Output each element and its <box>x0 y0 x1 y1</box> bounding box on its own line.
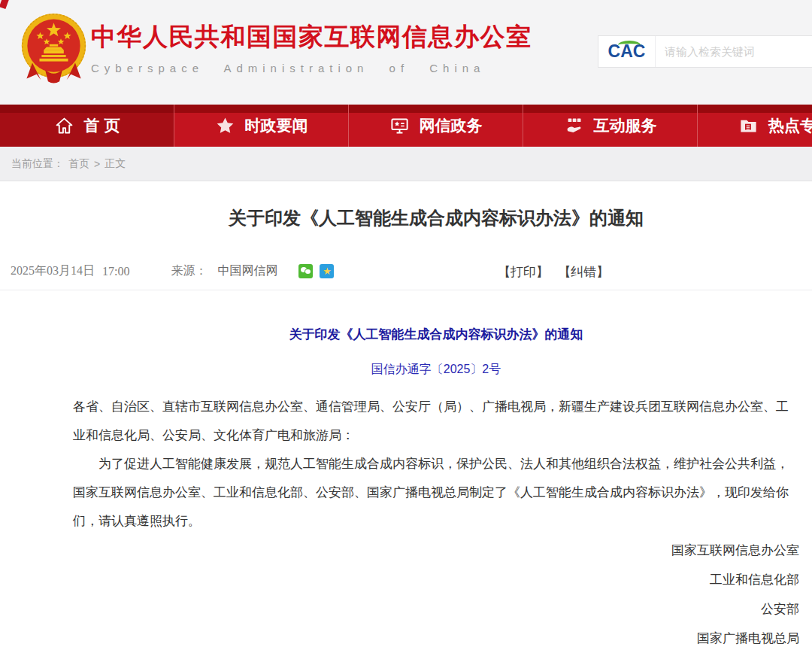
nav-label: 互动服务 <box>594 115 657 136</box>
search-input[interactable] <box>656 36 812 67</box>
print-button[interactable]: 【打印】 <box>498 265 549 279</box>
wechat-share-icon[interactable] <box>298 264 313 278</box>
article-actions: 【打印】 【纠错】 <box>498 263 615 281</box>
corner-ribbon-mark <box>0 0 9 9</box>
site-title-link[interactable]: 中华人民共和国国家互联网信息办公室 Cyberspace Administrat… <box>91 20 532 74</box>
service-hand-icon <box>564 116 584 136</box>
article-time: 17:00 <box>102 265 129 278</box>
document-title: 关于印发《人工智能生成合成内容标识办法》的通知 <box>73 323 799 346</box>
cac-logo: CAC <box>598 36 656 67</box>
breadcrumb-current: 正文 <box>105 157 126 171</box>
nav-label: 首 页 <box>84 115 120 136</box>
search-box: CAC <box>598 35 812 68</box>
signature-block: 国家互联网信息办公室 工业和信息化部 公安部 国家广播电视总局 2025年3月7… <box>73 536 799 650</box>
nav-label: 网信政务 <box>420 115 483 136</box>
error-report-button[interactable]: 【纠错】 <box>558 265 609 279</box>
document-number: 国信办通字〔2025〕2号 <box>73 360 799 379</box>
article-date: 2025年03月14日 <box>11 263 95 279</box>
main-nav: 首 页 时政要闻 网信政务 互动服务 <box>0 105 812 147</box>
cac-logo-arc-icon <box>618 41 641 50</box>
paragraph-addressees: 各省、自治区、直辖市互联网信息办公室、通信管理局、公安厅（局）、广播电视局，新疆… <box>73 393 799 450</box>
folder-icon <box>738 116 759 136</box>
signature-line: 国家广播电视总局 <box>73 624 799 650</box>
meta-divider <box>0 290 812 290</box>
page-title: 关于印发《人工智能生成合成内容标识办法》的通知 <box>0 206 812 230</box>
breadcrumb-home-link[interactable]: 首页 <box>68 157 89 171</box>
nav-item-topics[interactable]: 热点专题 <box>698 105 812 147</box>
document-paragraphs: 各省、自治区、直辖市互联网信息办公室、通信管理局、公安厅（局）、广播电视局，新疆… <box>73 393 799 536</box>
home-icon <box>54 116 74 136</box>
nav-label: 热点专题 <box>768 115 812 136</box>
breadcrumb: 当前位置： 首页 > 正文 <box>0 147 812 181</box>
source-label: 来源： <box>171 263 207 279</box>
signature-line: 公安部 <box>73 594 799 624</box>
article-meta: 2025年03月14日 17:00 来源： 中国网信网 ★ 【打印】 【纠错】 <box>0 263 812 280</box>
nav-item-service[interactable]: 互动服务 <box>523 105 698 147</box>
nav-item-news[interactable]: 时政要闻 <box>174 105 349 147</box>
site-title-en: Cyberspace Administration of China <box>91 62 532 74</box>
site-title-zh: 中华人民共和国国家互联网信息办公室 <box>91 20 532 54</box>
paragraph-body: 为了促进人工智能健康发展，规范人工智能生成合成内容标识，保护公民、法人和其他组织… <box>73 450 799 536</box>
breadcrumb-label: 当前位置： <box>11 157 64 171</box>
star-icon <box>215 116 235 136</box>
nav-label: 时政要闻 <box>245 115 308 136</box>
site-header: 中华人民共和国国家互联网信息办公室 Cyberspace Administrat… <box>0 0 812 105</box>
article-source: 中国网信网 <box>217 263 277 279</box>
signature-line: 国家互联网信息办公室 <box>73 536 799 565</box>
national-emblem-icon <box>18 12 89 85</box>
page: 中华人民共和国国家互联网信息办公室 Cyberspace Administrat… <box>0 0 812 650</box>
article-meta-left: 2025年03月14日 17:00 来源： 中国网信网 ★ <box>11 263 341 279</box>
monitor-icon <box>389 116 410 136</box>
breadcrumb-separator: > <box>94 158 100 170</box>
qzone-share-icon[interactable]: ★ <box>320 264 334 278</box>
article-body: 关于印发《人工智能生成合成内容标识办法》的通知 国信办通字〔2025〕2号 各省… <box>0 323 812 650</box>
nav-item-egov[interactable]: 网信政务 <box>349 105 523 147</box>
article-page: 关于印发《人工智能生成合成内容标识办法》的通知 2025年03月14日 17:0… <box>0 206 812 650</box>
signature-line: 工业和信息化部 <box>73 565 799 594</box>
nav-item-home[interactable]: 首 页 <box>0 105 174 147</box>
